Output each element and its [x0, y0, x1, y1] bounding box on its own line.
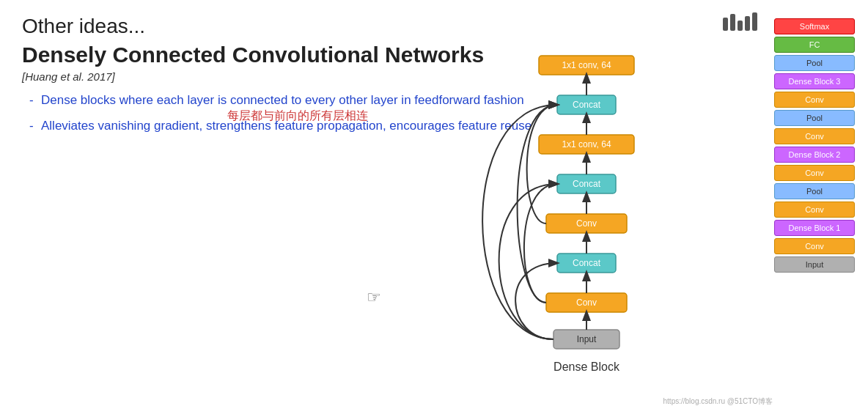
svg-rect-25	[738, 21, 743, 31]
dense-block-diagram: Input Conv Concat Conv Concat 1x1 conv, …	[433, 22, 740, 374]
legend-fc: FC	[774, 37, 855, 53]
logo	[721, 10, 765, 37]
svg-rect-26	[745, 16, 750, 31]
svg-rect-4	[557, 254, 616, 273]
legend-conv5: Conv	[774, 238, 855, 254]
slide: Other ideas... Densely Connected Convolu…	[0, 0, 868, 414]
legend-denseblock2: Dense Block 2	[774, 147, 855, 163]
svg-rect-10	[539, 135, 634, 154]
svg-text:Concat: Concat	[573, 258, 601, 268]
svg-text:1x1 conv, 64: 1x1 conv, 64	[562, 139, 611, 149]
diagram-svg: Input Conv Concat Conv Concat 1x1 conv, …	[433, 22, 740, 374]
legend-denseblock3: Dense Block 3	[774, 73, 855, 89]
watermark: https://blog.csdn.ru @51CTO博客	[663, 396, 773, 407]
legend-denseblock1: Dense Block 1	[774, 220, 855, 236]
legend: Softmax FC Pool Dense Block 3 Conv Pool …	[774, 18, 855, 273]
svg-rect-24	[730, 14, 735, 31]
svg-text:Conv: Conv	[576, 218, 597, 229]
legend-conv2: Conv	[774, 128, 855, 144]
svg-rect-6	[546, 214, 627, 233]
svg-rect-2	[546, 293, 627, 312]
svg-text:Concat: Concat	[573, 100, 601, 110]
svg-text:Concat: Concat	[573, 179, 601, 189]
cursor-icon: ☞	[367, 288, 381, 307]
svg-text:1x1 conv, 64: 1x1 conv, 64	[562, 60, 611, 70]
svg-rect-23	[723, 18, 728, 31]
svg-text:Input: Input	[577, 334, 597, 344]
svg-rect-14	[539, 56, 634, 75]
legend-pool1: Pool	[774, 55, 855, 71]
legend-pool3: Pool	[774, 183, 855, 199]
legend-input: Input	[774, 256, 855, 273]
svg-rect-27	[752, 12, 757, 31]
legend-conv4: Conv	[774, 202, 855, 218]
legend-pool2: Pool	[774, 110, 855, 126]
svg-rect-0	[553, 330, 619, 349]
svg-rect-8	[557, 174, 616, 193]
diagram-title: Dense Block	[553, 361, 619, 374]
legend-softmax: Softmax	[774, 18, 855, 34]
legend-conv1: Conv	[774, 92, 855, 108]
svg-rect-12	[557, 95, 616, 114]
svg-text:Conv: Conv	[576, 297, 597, 308]
legend-conv3: Conv	[774, 165, 855, 181]
